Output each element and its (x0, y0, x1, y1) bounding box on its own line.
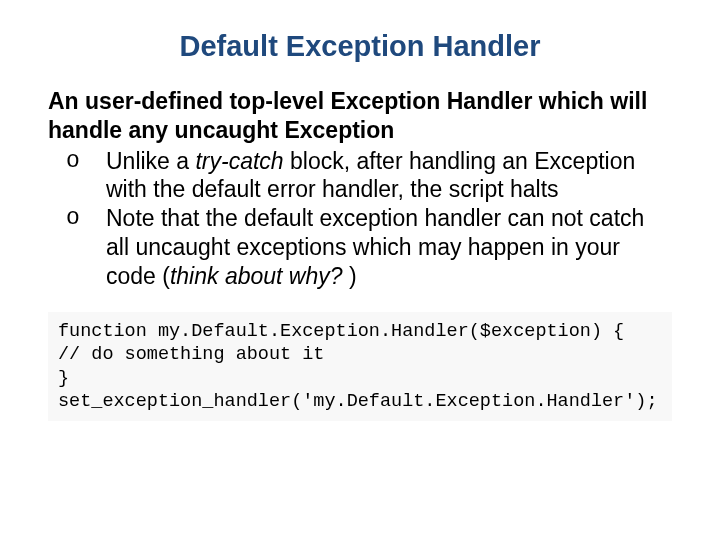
bullet-item: o Unlike a try-catch block, after handli… (48, 147, 672, 205)
slide: Default Exception Handler An user-define… (0, 0, 720, 540)
slide-title: Default Exception Handler (48, 30, 672, 63)
bullet-text-em: think about why? (170, 263, 349, 289)
bullet-list: o Unlike a try-catch block, after handli… (48, 147, 672, 291)
code-block: function my.Default.Exception.Handler($e… (48, 312, 672, 421)
bullet-marker: o (66, 204, 80, 233)
bullet-text-pre: Unlike a (106, 148, 195, 174)
bullet-text-post: ) (349, 263, 357, 289)
lead-paragraph: An user-defined top-level Exception Hand… (48, 87, 672, 145)
bullet-marker: o (66, 147, 80, 176)
bullet-text-em: try-catch (195, 148, 283, 174)
bullet-item: o Note that the default exception handle… (48, 204, 672, 290)
